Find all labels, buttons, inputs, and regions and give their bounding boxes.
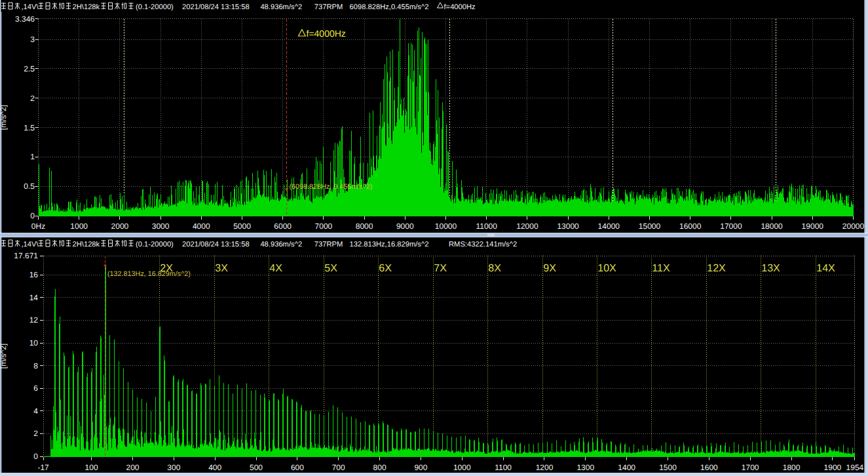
svg-text:7X: 7X — [434, 263, 447, 274]
svg-text:2.5: 2.5 — [24, 64, 35, 73]
svg-text:2: 2 — [30, 94, 35, 103]
svg-text:[m/s^2]: [m/s^2] — [0, 344, 8, 368]
svg-text:1: 1 — [30, 152, 35, 161]
svg-text:500: 500 — [250, 463, 263, 472]
svg-text:17.671: 17.671 — [14, 251, 38, 260]
svg-text:18000: 18000 — [761, 222, 783, 231]
svg-text:f=4000Hz: f=4000Hz — [307, 28, 346, 39]
svg-text:15000: 15000 — [639, 222, 661, 231]
svg-text:0: 0 — [33, 452, 38, 461]
svg-text:0.5: 0.5 — [24, 182, 35, 191]
svg-text:2021/08/24 13:15:58: 2021/08/24 13:15:58 — [182, 241, 250, 248]
svg-text:4X: 4X — [269, 263, 282, 274]
svg-text:7000: 7000 — [315, 222, 333, 231]
svg-text:17000: 17000 — [720, 222, 742, 231]
svg-text:737RPM: 737RPM — [314, 3, 343, 11]
svg-text:6: 6 — [33, 384, 38, 393]
svg-text:11X: 11X — [652, 263, 670, 274]
svg-text:1954: 1954 — [846, 463, 864, 472]
svg-text:2H\128k: 2H\128k — [73, 3, 100, 11]
svg-text:8X: 8X — [488, 263, 501, 274]
svg-text:13X: 13X — [761, 263, 780, 274]
svg-text:(132.813Hz, 16.829m/s^2): (132.813Hz, 16.829m/s^2) — [107, 270, 191, 278]
svg-text:1500: 1500 — [659, 463, 677, 472]
svg-text:6000: 6000 — [274, 222, 292, 231]
svg-text:0: 0 — [30, 211, 35, 220]
svg-text:19000: 19000 — [802, 222, 824, 231]
svg-text:20000: 20000 — [842, 222, 865, 231]
svg-text:1900: 1900 — [824, 463, 842, 472]
svg-text:f=4000Hz: f=4000Hz — [444, 3, 476, 11]
svg-text:,14V\: ,14V\ — [22, 3, 39, 11]
svg-text:400: 400 — [208, 463, 221, 472]
svg-text:3.346: 3.346 — [15, 14, 35, 24]
svg-text:6098.828Hz,0.455m/s^2: 6098.828Hz,0.455m/s^2 — [350, 3, 429, 11]
svg-text:1000: 1000 — [453, 463, 471, 472]
svg-text:12: 12 — [29, 315, 39, 325]
svg-text:2021/08/24 13:15:58: 2021/08/24 13:15:58 — [182, 3, 250, 11]
svg-text:48.936m/s^2: 48.936m/s^2 — [260, 241, 302, 248]
svg-text:200: 200 — [126, 463, 139, 472]
svg-text:(6098.828Hz, 0.455m/s^2): (6098.828Hz, 0.455m/s^2) — [290, 183, 373, 191]
svg-text:1000: 1000 — [70, 222, 88, 231]
svg-text:6X: 6X — [379, 263, 392, 274]
svg-text:-17: -17 — [37, 463, 49, 472]
svg-text:1600: 1600 — [700, 463, 718, 472]
svg-text:4: 4 — [33, 407, 38, 416]
svg-text:132.813Hz,16.829m/s^2: 132.813Hz,16.829m/s^2 — [350, 241, 429, 248]
svg-text:2000: 2000 — [111, 222, 129, 231]
svg-text:14: 14 — [29, 293, 39, 302]
svg-text:11000: 11000 — [476, 222, 497, 231]
svg-text:2: 2 — [33, 429, 38, 438]
svg-text:12X: 12X — [707, 263, 726, 274]
svg-text:8000: 8000 — [356, 222, 373, 231]
svg-text:100: 100 — [85, 463, 98, 472]
svg-text:[m/s^2]: [m/s^2] — [0, 105, 8, 130]
svg-text:737RPM: 737RPM — [314, 241, 343, 248]
svg-text:10000: 10000 — [435, 222, 457, 231]
svg-text:9X: 9X — [543, 263, 556, 274]
svg-text:13000: 13000 — [557, 222, 579, 231]
svg-text:800: 800 — [373, 463, 387, 472]
svg-text:14X: 14X — [816, 263, 835, 274]
svg-text:48.936m/s^2: 48.936m/s^2 — [260, 3, 302, 11]
svg-text:8: 8 — [33, 361, 38, 370]
svg-text:10: 10 — [29, 338, 39, 347]
svg-text:900: 900 — [414, 463, 427, 472]
svg-text:1700: 1700 — [742, 463, 759, 472]
svg-text:,14V\: ,14V\ — [22, 241, 39, 248]
svg-text:2H\128k: 2H\128k — [73, 241, 100, 248]
svg-text:10X: 10X — [597, 263, 616, 274]
svg-text:1400: 1400 — [618, 463, 635, 472]
svg-text:14000: 14000 — [598, 222, 620, 231]
svg-text:1.5: 1.5 — [24, 123, 35, 132]
svg-text:RMS:4322.141m/s^2: RMS:4322.141m/s^2 — [449, 241, 517, 248]
svg-text:3000: 3000 — [152, 222, 170, 231]
svg-text:1100: 1100 — [495, 463, 512, 472]
svg-text:0Hz: 0Hz — [31, 222, 45, 231]
svg-text:5X: 5X — [324, 263, 337, 274]
svg-text:(0.1-20000): (0.1-20000) — [136, 3, 174, 11]
svg-text:1300: 1300 — [576, 463, 594, 472]
svg-text:(0.1-20000): (0.1-20000) — [136, 241, 174, 248]
svg-text:9000: 9000 — [396, 222, 414, 231]
svg-text:700: 700 — [332, 463, 345, 472]
svg-text:1800: 1800 — [783, 463, 801, 472]
svg-text:16000: 16000 — [679, 222, 702, 231]
svg-text:16: 16 — [29, 270, 39, 279]
svg-text:4000: 4000 — [193, 222, 210, 231]
svg-text:12000: 12000 — [516, 222, 538, 231]
svg-text:1200: 1200 — [536, 463, 554, 472]
svg-text:3X: 3X — [215, 263, 228, 274]
svg-text:3: 3 — [30, 35, 35, 44]
svg-text:600: 600 — [291, 463, 304, 472]
svg-text:5000: 5000 — [233, 222, 251, 231]
svg-text:300: 300 — [167, 463, 180, 472]
